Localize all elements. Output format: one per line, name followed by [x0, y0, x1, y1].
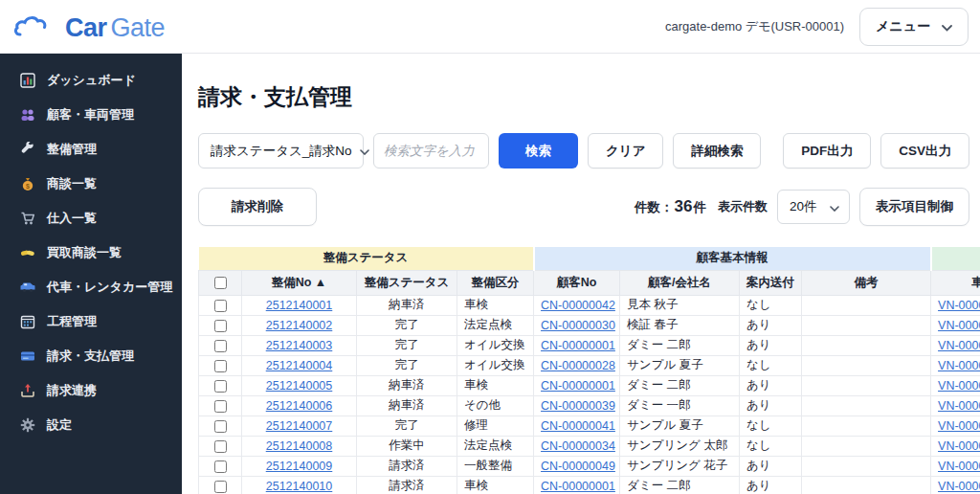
seibi-no-link[interactable]: 2512140002: [266, 319, 333, 332]
invoice-table-wrap: 整備ステータス 顧客基本情報 整備No ▲ 整備ステータス 整備区分 顧客No …: [198, 247, 980, 494]
row-checkbox[interactable]: [214, 481, 227, 493]
seibi-no-link[interactable]: 2512140010: [266, 480, 333, 493]
seibi-no-link[interactable]: 2512140009: [266, 460, 333, 473]
seibi-status-cell: 請求済: [357, 476, 457, 494]
col-header-seibi-no[interactable]: 整備No ▲: [242, 270, 357, 295]
seibi-kubun-cell: 修理: [457, 415, 534, 436]
row-checkbox[interactable]: [214, 360, 227, 372]
seibi-kubun-cell: オイル交換: [457, 335, 534, 355]
sidebar-item-settings[interactable]: 設定: [0, 408, 182, 442]
delete-invoice-button[interactable]: 請求削除: [198, 188, 317, 226]
vehicle-link[interactable]: VN-0000: [938, 480, 980, 493]
sidebar-item-buyback[interactable]: 買取商談一覧: [0, 236, 182, 270]
customer-name-cell: 見本 秋子: [620, 295, 740, 315]
customer-no-link[interactable]: CN-00000042: [541, 299, 615, 312]
col-header-seibi-status[interactable]: 整備ステータス: [357, 270, 457, 295]
row-checkbox[interactable]: [214, 380, 227, 393]
group-header-maintenance-status: 整備ステータス: [199, 247, 534, 270]
sidebar-item-label: 買取商談一覧: [47, 244, 122, 261]
row-checkbox[interactable]: [214, 460, 227, 473]
row-checkbox[interactable]: [214, 400, 227, 413]
vehicle-link[interactable]: VN-0000: [938, 299, 980, 312]
customer-no-link[interactable]: CN-00000034: [541, 439, 615, 453]
select-all-checkbox[interactable]: [214, 277, 227, 289]
row-checkbox[interactable]: [214, 340, 227, 352]
sidebar-item-maintenance[interactable]: 整備管理: [0, 132, 182, 167]
seibi-kubun-cell: 車検: [457, 476, 534, 494]
csv-export-button[interactable]: CSV出力: [880, 133, 969, 168]
row-checkbox[interactable]: [214, 300, 227, 312]
sidebar-item-loaner-rental[interactable]: 代車・レンタカー管理: [0, 270, 182, 304]
sidebar-item-billing[interactable]: 請求・支払管理: [0, 339, 182, 373]
annai-cell: あり: [740, 315, 802, 335]
seibi-status-cell: 請求済: [357, 456, 457, 476]
sidebar-item-process[interactable]: 工程管理: [0, 304, 182, 339]
seibi-kubun-cell: 車検: [457, 295, 534, 315]
seibi-no-link[interactable]: 2512140007: [266, 419, 333, 433]
customer-no-link[interactable]: CN-00000001: [541, 379, 615, 393]
sidebar-item-dashboard[interactable]: ダッシュボード: [0, 63, 182, 98]
search-input[interactable]: [373, 133, 489, 168]
row-checkbox[interactable]: [214, 440, 227, 453]
col-header-customer-name[interactable]: 顧客/会社名: [620, 270, 740, 295]
seibi-kubun-cell: 法定点検: [457, 436, 534, 456]
vehicle-link[interactable]: VN-0000: [938, 359, 980, 372]
credit-card-icon: [19, 348, 35, 365]
customer-name-cell: サンプル 夏子: [620, 415, 740, 436]
customer-no-link[interactable]: CN-00000001: [541, 339, 615, 352]
col-header-customer-no[interactable]: 顧客No: [534, 270, 620, 295]
seibi-no-link[interactable]: 2512140005: [266, 379, 333, 393]
pdf-export-button[interactable]: PDF出力: [783, 133, 871, 168]
search-type-select[interactable]: 請求ステータス_請求No: [198, 133, 364, 168]
vehicle-link[interactable]: VN-0000: [938, 379, 980, 393]
annai-cell: あり: [740, 476, 802, 494]
group-header-vehicle: [931, 247, 980, 270]
seibi-no-link[interactable]: 2512140001: [266, 299, 333, 312]
col-header-vehicle[interactable]: 車両: [931, 270, 980, 295]
chevron-down-icon: [360, 144, 369, 158]
clear-button[interactable]: クリア: [588, 133, 663, 168]
van-icon: [19, 280, 35, 296]
vehicle-link[interactable]: VN-0000: [938, 419, 980, 433]
vehicle-link[interactable]: VN-0000: [938, 399, 980, 413]
col-header-biko[interactable]: 備考: [802, 270, 931, 295]
customer-no-link[interactable]: CN-00000030: [541, 319, 615, 332]
seibi-no-link[interactable]: 2512140003: [266, 339, 333, 352]
annai-cell: なし: [740, 355, 802, 375]
page-size-value: 20件: [790, 198, 817, 215]
search-button[interactable]: 検索: [499, 133, 578, 168]
column-control-button[interactable]: 表示項目制御: [859, 188, 969, 226]
col-header-annai[interactable]: 案内送付: [740, 270, 802, 295]
sidebar-item-billing-link[interactable]: 請求連携: [0, 373, 182, 408]
customer-no-link[interactable]: CN-00000001: [541, 480, 615, 493]
sidebar-item-customers[interactable]: 顧客・車両管理: [0, 98, 182, 132]
row-checkbox[interactable]: [214, 420, 227, 433]
table-row: 2512140002 完了 法定点検 CN-00000030 検証 春子 あり …: [199, 315, 980, 335]
seibi-no-link[interactable]: 2512140006: [266, 399, 333, 413]
menu-button[interactable]: メニュー: [859, 8, 969, 46]
customer-name-cell: サンプリング 太郎: [620, 436, 740, 456]
advanced-search-button[interactable]: 詳細検索: [673, 133, 761, 168]
vehicle-link[interactable]: VN-0000: [938, 439, 980, 453]
col-header-seibi-kubun[interactable]: 整備区分: [457, 270, 534, 295]
sidebar-item-label: 仕入一覧: [47, 210, 97, 227]
seibi-no-link[interactable]: 2512140004: [266, 359, 333, 372]
page-size-select[interactable]: 20件: [777, 190, 850, 224]
vehicle-link[interactable]: VN-0000: [938, 319, 980, 332]
row-checkbox[interactable]: [214, 320, 227, 332]
vehicle-link[interactable]: VN-0000: [938, 460, 980, 473]
sidebar-item-deals[interactable]: $ 商談一覧: [0, 167, 182, 201]
customer-no-link[interactable]: CN-00000039: [541, 399, 615, 413]
customer-no-link[interactable]: CN-00000028: [541, 359, 615, 372]
customer-name-cell: サンプル 夏子: [620, 355, 740, 375]
svg-text:$: $: [26, 183, 30, 191]
biko-cell: [802, 456, 931, 476]
vehicle-link[interactable]: VN-0000: [938, 339, 980, 352]
sidebar-item-label: 請求連携: [47, 382, 97, 399]
customer-no-link[interactable]: CN-00000049: [541, 460, 615, 473]
sidebar-item-purchases[interactable]: 仕入一覧: [0, 201, 182, 236]
table-header-row: 整備No ▲ 整備ステータス 整備区分 顧客No 顧客/会社名 案内送付 備考 …: [199, 270, 980, 295]
seibi-no-link[interactable]: 2512140008: [266, 439, 333, 453]
customer-no-link[interactable]: CN-00000041: [541, 419, 615, 433]
biko-cell: [802, 355, 931, 375]
